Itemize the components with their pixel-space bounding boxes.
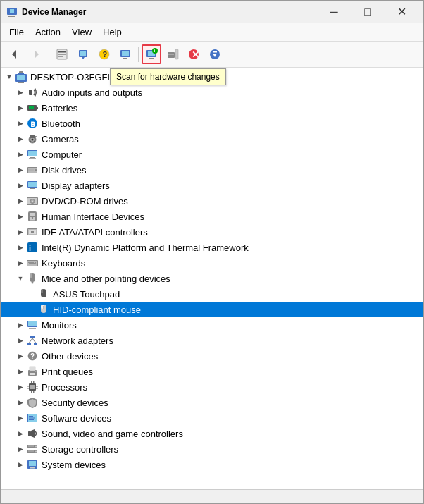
tree-touchpad[interactable]: ASUS Touchpad xyxy=(1,286,423,302)
tree-bluetooth[interactable]: ▶ ʙ Bluetooth xyxy=(1,116,423,131)
svg-rect-63 xyxy=(30,217,32,219)
tree-intel[interactable]: ▶ i Intel(R) Dynamic Platform and Therma… xyxy=(1,240,423,255)
mice-expand-icon[interactable]: ▼ xyxy=(15,273,26,284)
cameras-expand-icon[interactable]: ▶ xyxy=(15,133,26,145)
tree-hid-mouse[interactable]: HID-compliant mouse xyxy=(1,302,423,317)
menu-help[interactable]: Help xyxy=(97,25,127,39)
svg-rect-94 xyxy=(27,343,31,345)
software-icon xyxy=(26,412,39,424)
svg-rect-90 xyxy=(28,321,37,326)
svg-rect-75 xyxy=(30,262,32,263)
other-icon: ? xyxy=(26,350,39,362)
properties-button[interactable] xyxy=(52,44,72,64)
hid-expand-icon[interactable]: ▶ xyxy=(15,211,26,222)
svg-rect-76 xyxy=(32,262,34,263)
audio-expand-icon[interactable]: ▶ xyxy=(15,87,26,98)
update-button[interactable] xyxy=(205,44,225,64)
tree-ide[interactable]: ▶ IDE ATA/ATAPI controllers xyxy=(1,224,423,240)
cameras-label: Cameras xyxy=(42,134,79,145)
tree-sound[interactable]: ▶ Sound, video and game controllers xyxy=(1,426,423,441)
tree-computer[interactable]: ▶ Computer xyxy=(1,147,423,162)
back-button[interactable] xyxy=(5,44,25,64)
tree-monitors[interactable]: ▶ Monitors xyxy=(1,317,423,333)
svg-point-43 xyxy=(32,139,34,141)
ide-expand-icon[interactable]: ▶ xyxy=(15,226,26,238)
tree-disk[interactable]: ▶ Disk drives xyxy=(1,162,423,178)
software-label: Software devices xyxy=(42,413,111,424)
svg-rect-108 xyxy=(31,391,32,393)
system-expand-icon[interactable]: ▶ xyxy=(15,459,26,470)
batteries-expand-icon[interactable]: ▶ xyxy=(15,102,26,113)
tree-cameras[interactable]: ▶ Cameras xyxy=(1,131,423,147)
tree-other[interactable]: ▶ ? Other devices xyxy=(1,348,423,364)
keyboards-label: Keyboards xyxy=(42,258,85,269)
tree-dvd[interactable]: ▶ DVD/CD-ROM drives xyxy=(1,193,423,209)
menu-file[interactable]: File xyxy=(4,25,30,39)
root-icon xyxy=(15,70,27,83)
display-expand-icon[interactable]: ▶ xyxy=(15,180,26,191)
svg-rect-93 xyxy=(30,336,35,338)
sound-icon xyxy=(26,427,39,440)
storage-expand-icon[interactable]: ▶ xyxy=(15,443,26,455)
software-expand-icon[interactable]: ▶ xyxy=(15,412,26,424)
root-expand-icon[interactable]: ▼ xyxy=(4,71,15,82)
svg-point-123 xyxy=(35,451,37,453)
svg-rect-56 xyxy=(30,188,35,189)
tree-keyboards[interactable]: ▶ Keyboards xyxy=(1,255,423,271)
bluetooth-expand-icon[interactable]: ▶ xyxy=(15,118,26,129)
svg-rect-23 xyxy=(175,49,178,59)
status-bar xyxy=(1,489,423,503)
print-expand-icon[interactable]: ▶ xyxy=(15,366,26,377)
device-tree[interactable]: ▼ DESKTOP-O3FGFLP ▶ xyxy=(1,68,423,489)
menu-action[interactable]: Action xyxy=(30,25,66,39)
svg-point-122 xyxy=(35,446,37,448)
svg-rect-22 xyxy=(168,52,175,58)
device-view-button[interactable] xyxy=(116,44,135,64)
forward-button[interactable] xyxy=(26,44,46,64)
tree-hid[interactable]: ▶ Human Interface Devices xyxy=(1,209,423,224)
network-expand-icon[interactable]: ▶ xyxy=(15,335,26,346)
other-expand-icon[interactable]: ▶ xyxy=(15,350,26,362)
intel-expand-icon[interactable]: ▶ xyxy=(15,242,26,253)
audio-label: Audio inputs and outputs xyxy=(42,87,142,98)
tree-mice[interactable]: ▼ Mice and other pointing devices xyxy=(1,271,423,286)
tree-batteries[interactable]: ▶ Batteries xyxy=(1,100,423,116)
close-button[interactable]: ✕ xyxy=(385,2,418,22)
svg-rect-45 xyxy=(35,136,37,137)
tree-system[interactable]: ▶ System devices xyxy=(1,457,423,472)
svg-rect-127 xyxy=(29,461,36,466)
tree-display[interactable]: ▶ Display adapters xyxy=(1,178,423,193)
add-hardware-button[interactable] xyxy=(163,44,182,64)
security-expand-icon[interactable]: ▶ xyxy=(15,397,26,408)
batteries-label: Batteries xyxy=(42,103,77,113)
processors-expand-icon[interactable]: ▶ xyxy=(15,381,26,393)
update-driver-button[interactable] xyxy=(73,44,93,64)
svg-rect-7 xyxy=(58,54,66,55)
scan-hardware-button[interactable]: + xyxy=(142,44,161,64)
monitors-expand-icon[interactable]: ▶ xyxy=(15,319,26,331)
tree-security[interactable]: ▶ Security devices xyxy=(1,395,423,410)
hid-label: Human Interface Devices xyxy=(42,211,144,222)
menu-view[interactable]: View xyxy=(66,25,97,39)
sound-expand-icon[interactable]: ▶ xyxy=(15,428,26,439)
svg-rect-110 xyxy=(27,386,29,387)
minimize-button[interactable]: ─ xyxy=(318,2,350,22)
tree-storage[interactable]: ▶ Storage controllers xyxy=(1,441,423,457)
tree-software[interactable]: ▶ Software devices xyxy=(1,410,423,426)
keyboards-expand-icon[interactable]: ▶ xyxy=(15,257,26,269)
maximize-button[interactable]: □ xyxy=(351,2,384,22)
mice-label: Mice and other pointing devices xyxy=(42,273,170,284)
svg-rect-118 xyxy=(29,419,34,420)
tree-network[interactable]: ▶ Network adapters xyxy=(1,333,423,348)
disk-expand-icon[interactable]: ▶ xyxy=(15,164,26,176)
remove-device-button[interactable]: ✕ xyxy=(184,44,204,64)
dvd-expand-icon[interactable]: ▶ xyxy=(15,195,26,207)
svg-rect-47 xyxy=(28,151,37,156)
tree-processors[interactable]: ▶ Processors xyxy=(1,379,423,395)
svg-rect-88 xyxy=(43,306,44,309)
tree-print[interactable]: ▶ Print queues xyxy=(1,364,423,379)
svg-text:ʙ: ʙ xyxy=(30,119,35,129)
computer-expand-icon[interactable]: ▶ xyxy=(15,149,26,160)
help-button[interactable]: ? xyxy=(94,44,114,64)
tree-audio[interactable]: ▶ Audio inputs and outputs xyxy=(1,85,423,100)
